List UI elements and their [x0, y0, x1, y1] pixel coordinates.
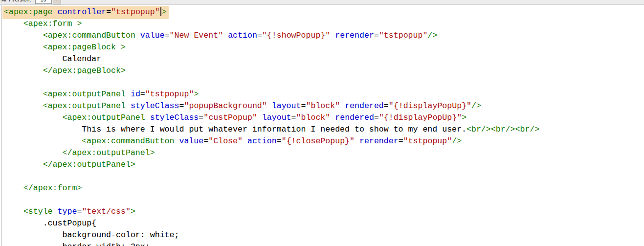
code-token: <apex:page — [4, 7, 58, 17]
code-token: value — [179, 136, 204, 146]
code-line[interactable]: <apex:commandButton value="New Event" ac… — [4, 30, 644, 42]
code-line[interactable]: <apex:outputPanel id="tstpopup"> — [4, 89, 644, 100]
code-token — [4, 136, 82, 146]
code-token: rerender — [335, 31, 374, 40]
code-token: /> — [471, 101, 481, 111]
code-line[interactable]: <apex:outputPanel styleClass="custPopup"… — [4, 112, 644, 124]
code-line[interactable]: .custPopup{ — [4, 218, 644, 229]
code-line[interactable]: <apex:page controller="tstpopup"> — [4, 6, 644, 18]
code-line[interactable]: </apex:pageBlock> — [4, 65, 644, 77]
code-token: = — [106, 7, 111, 17]
code-token — [330, 31, 335, 40]
code-line[interactable]: <apex:form > — [4, 18, 644, 30]
api-version-dropdown-button[interactable]: ▾ — [53, 0, 61, 4]
code-token: "tstpopup" — [403, 136, 452, 146]
code-token: value — [140, 31, 165, 40]
code-token: "tstpopup" — [145, 89, 194, 99]
code-line[interactable] — [4, 77, 644, 89]
code-token: styleClass — [150, 113, 199, 122]
code-line[interactable] — [4, 194, 644, 206]
code-token: "{!displayPopUp}" — [379, 113, 462, 122]
code-token: "popupBackground" — [184, 101, 266, 111]
api-version-toolbar: API Version: 19 ▾ — [0, 0, 644, 5]
code-token: <apex:form > — [23, 19, 82, 28]
code-token: .custPopup{ — [4, 219, 96, 228]
code-token: = — [399, 136, 403, 146]
code-token — [4, 160, 43, 169]
code-line[interactable]: Calendar — [4, 53, 644, 65]
code-token: = — [203, 136, 208, 146]
code-token: "Close" — [208, 136, 243, 146]
code-token: <apex:outputPanel — [63, 113, 150, 122]
code-line[interactable]: This is where I would put whatever infor… — [4, 124, 644, 135]
code-token: <apex:outputPanel — [43, 101, 131, 111]
code-token: </apex:outputPanel> — [63, 148, 155, 157]
code-token: action — [228, 31, 257, 40]
code-token: action — [247, 136, 277, 146]
code-token: "custPopup" — [203, 113, 257, 122]
code-token: = — [257, 31, 262, 40]
code-token — [340, 101, 345, 111]
code-line[interactable]: background-color: white; — [4, 229, 644, 241]
code-area[interactable]: <apex:page controller="tstpopup"> <apex:… — [4, 5, 644, 246]
code-token — [257, 113, 262, 122]
code-token: "tstpopup" — [379, 31, 428, 40]
code-token: = — [165, 31, 170, 40]
code-token: <apex:commandButton — [43, 31, 140, 40]
code-line[interactable]: </apex:outputPanel> — [4, 147, 644, 159]
code-line[interactable] — [4, 171, 644, 182]
code-token: = — [301, 101, 306, 111]
code-line[interactable]: <style type="text/css"> — [4, 206, 644, 218]
code-token: = — [199, 113, 203, 122]
code-token — [4, 31, 43, 40]
code-line[interactable]: <apex:pageBlock > — [4, 42, 644, 53]
code-token — [4, 66, 43, 75]
code-line[interactable]: border-width: 2px; — [4, 241, 644, 246]
code-token: id — [131, 89, 140, 99]
code-token: <br/><br/><br/> — [466, 125, 539, 134]
code-token: = — [384, 101, 389, 111]
code-token — [330, 113, 335, 122]
code-token: = — [140, 89, 145, 99]
code-token: rerender — [359, 136, 399, 146]
code-token: "{!closePopup}" — [282, 136, 355, 146]
code-token: border-width: 2px; — [4, 242, 150, 246]
editor-left-border — [1, 5, 2, 246]
code-token: <style — [23, 207, 58, 216]
code-token: "{!displayPopUp}" — [389, 101, 471, 111]
code-token: layout — [272, 101, 301, 111]
code-token: "text/css" — [82, 207, 131, 216]
code-line[interactable]: </apex:form> — [4, 182, 644, 194]
code-token: controller — [58, 7, 107, 17]
code-token — [4, 101, 43, 111]
code-token — [243, 136, 247, 146]
code-token: = — [291, 113, 296, 122]
code-token: background-color: white; — [4, 230, 179, 240]
code-token: layout — [262, 113, 291, 122]
code-token: = — [179, 101, 184, 111]
code-token — [4, 43, 43, 52]
code-token: rendered — [335, 113, 374, 122]
code-token — [223, 31, 228, 40]
code-token — [4, 148, 63, 157]
code-line[interactable]: <apex:commandButton value="Close" action… — [4, 135, 644, 147]
code-token — [4, 89, 43, 99]
code-token: /> — [452, 136, 462, 146]
code-token: This is where I would put whatever infor… — [4, 125, 466, 134]
code-token: "block" — [306, 101, 340, 111]
text-caret — [160, 7, 161, 16]
code-token: > — [462, 113, 466, 122]
code-token: /> — [427, 31, 437, 40]
code-token — [4, 183, 23, 193]
code-token: styleClass — [131, 101, 179, 111]
api-version-select[interactable]: 19 — [35, 0, 52, 4]
code-token: Calendar — [4, 54, 101, 64]
code-token: <apex:commandButton — [82, 136, 179, 146]
code-token: </apex:pageBlock> — [43, 66, 126, 75]
code-line[interactable]: <apex:outputPanel styleClass="popupBackg… — [4, 100, 644, 112]
code-token — [355, 136, 359, 146]
code-token: > — [162, 7, 167, 17]
code-token: = — [277, 136, 282, 146]
code-token: "block" — [296, 113, 331, 122]
code-line[interactable]: </apex:outputPanel> — [4, 159, 644, 171]
